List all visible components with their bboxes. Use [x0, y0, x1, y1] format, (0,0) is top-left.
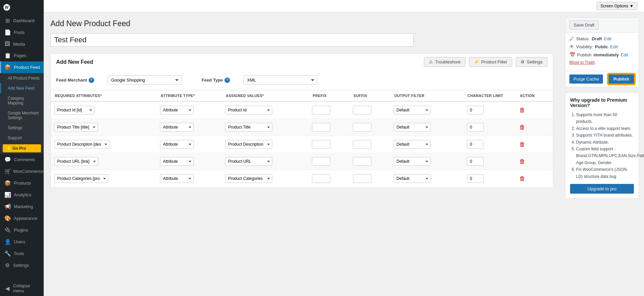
output-filter-select-0[interactable]: Default — [394, 106, 431, 114]
th-character-limit: CHARACTER LIMIT — [464, 90, 516, 101]
purge-cache-button[interactable]: Purge Cache — [569, 75, 603, 84]
sidebar-item-settings[interactable]: ⚙ Settings — [0, 259, 44, 271]
sidebar-item-comments[interactable]: 💬 Comments — [0, 154, 44, 165]
output-filter-cell: Default — [390, 119, 464, 136]
upgrade-button[interactable]: Upgrade to pro — [570, 184, 634, 194]
required-attr-select-2[interactable]: Product Description [des — [54, 140, 110, 149]
required-attr-select-1[interactable]: Product Title [title] — [54, 123, 98, 132]
screen-options-chevron-icon: ▼ — [630, 4, 634, 8]
feed-type-select[interactable]: XML CSV TXT — [243, 76, 317, 85]
table-body: Product Id [id] Attribute Product Id Def… — [51, 101, 553, 187]
required-attr-cell: Product Title [title] — [51, 119, 157, 136]
screen-options-button[interactable]: Screen Options ▼ — [597, 2, 637, 10]
delete-row-button-3[interactable]: 🗑 — [519, 158, 525, 165]
attr-type-select-2[interactable]: Attribute — [160, 140, 194, 149]
required-attr-select-3[interactable]: Product URL [link] — [54, 157, 98, 166]
publish-button[interactable]: Publish — [608, 74, 635, 84]
sidebar-item-merchant-settings[interactable]: Google Merchant Settings — [0, 108, 44, 123]
required-attr-select-4[interactable]: Product Categories [pro — [54, 174, 108, 183]
suffix-input-2[interactable] — [353, 140, 371, 149]
assigned-values-select-4[interactable]: Product Categories — [225, 174, 272, 183]
content-wrapper: Add New Product Feed Add New Feed ⚠ Trou… — [44, 12, 644, 296]
output-filter-select-4[interactable]: Default — [394, 174, 431, 183]
char-limit-input-2[interactable] — [467, 140, 484, 149]
feed-name-input[interactable] — [50, 33, 413, 47]
prefix-input-2[interactable] — [312, 140, 330, 149]
suffix-cell — [350, 119, 390, 136]
prefix-input-3[interactable] — [312, 157, 330, 166]
troubleshoot-button[interactable]: ⚠ Troubleshoot — [424, 57, 465, 67]
sidebar-item-category-mapping[interactable]: Category Mapping — [0, 93, 44, 108]
sidebar-item-all-feeds[interactable]: All Product Feeds — [0, 73, 44, 83]
assigned-values-cell: Product Title — [222, 119, 309, 136]
sidebar-item-go-pro[interactable]: ⭐ Go Pro — [3, 144, 41, 152]
sidebar-item-tools[interactable]: 🔧 Tools — [0, 248, 44, 259]
sidebar-item-woocommerce[interactable]: 🛒 WooCommerce — [0, 165, 44, 177]
filter-icon: ⚡ — [474, 59, 479, 64]
char-limit-input-0[interactable] — [467, 106, 484, 114]
sidebar-item-label: Marketing — [14, 204, 33, 209]
sidebar-item-plugins[interactable]: 🔌 Plugins — [0, 224, 44, 236]
sidebar-item-label: Settings — [8, 126, 22, 130]
required-attr-select-0[interactable]: Product Id [id] — [54, 106, 94, 114]
troubleshoot-label: Troubleshoot — [435, 59, 460, 64]
table-row: Product Categories [pro Attribute Produc… — [51, 170, 553, 187]
assigned-values-cell: Product Id — [222, 101, 309, 119]
delete-row-button-2[interactable]: 🗑 — [519, 141, 525, 148]
attr-type-select-4[interactable]: Attribute — [160, 174, 194, 183]
prefix-input-0[interactable] — [312, 106, 330, 114]
char-limit-input-4[interactable] — [467, 174, 484, 183]
upgrade-list-item: Custom field support - Brand,GTIN,MPN,UP… — [576, 146, 634, 166]
feed-merchant-select[interactable]: Google Shopping Facebook Amazon — [108, 76, 182, 85]
sidebar-item-collapse[interactable]: ◀ Collapse menu — [0, 281, 44, 296]
delete-row-button-0[interactable]: 🗑 — [519, 107, 525, 114]
assigned-values-select-2[interactable]: Product Description — [225, 140, 272, 149]
publish-edit-link[interactable]: Edit — [621, 52, 628, 57]
output-filter-select-1[interactable]: Default — [394, 123, 431, 132]
suffix-input-1[interactable] — [353, 123, 371, 132]
status-edit-link[interactable]: Edit — [604, 36, 611, 41]
sidebar-item-marketing[interactable]: 📢 Marketing — [0, 201, 44, 212]
prefix-input-4[interactable] — [312, 174, 330, 183]
sidebar-item-support[interactable]: Support — [0, 133, 44, 143]
table-row: Product URL [link] Attribute Product URL… — [51, 153, 553, 170]
char-limit-input-3[interactable] — [467, 157, 484, 166]
sidebar-item-dashboard[interactable]: ⊞ Dashboard — [0, 15, 44, 27]
table-row: Product Description [des Attribute Produ… — [51, 136, 553, 153]
suffix-input-3[interactable] — [353, 157, 371, 166]
settings-button[interactable]: ⚙ Settings — [516, 57, 548, 67]
assigned-values-select-1[interactable]: Product Title — [225, 123, 272, 132]
sidebar-item-pages[interactable]: 📋 Pages — [0, 50, 44, 61]
save-draft-button[interactable]: Save Draft — [569, 20, 599, 30]
product-filter-button[interactable]: ⚡ Product Filter — [469, 57, 512, 67]
suffix-input-4[interactable] — [353, 174, 371, 183]
attr-type-select-0[interactable]: Attribute — [160, 106, 194, 114]
sidebar-item-products[interactable]: 📦 Products — [0, 177, 44, 189]
assigned-values-select-0[interactable]: Product Id — [225, 106, 272, 114]
sidebar-item-users[interactable]: 👤 Users — [0, 236, 44, 248]
attr-type-select-3[interactable]: Attribute — [160, 157, 194, 166]
delete-row-button-4[interactable]: 🗑 — [519, 175, 525, 182]
suffix-input-0[interactable] — [353, 106, 371, 114]
prefix-cell — [309, 101, 349, 119]
visibility-edit-link[interactable]: Edit — [610, 44, 617, 49]
sidebar-item-settings-sub[interactable]: Settings — [0, 123, 44, 133]
char-limit-input-1[interactable] — [467, 123, 484, 132]
assigned-values-select-3[interactable]: Product URL — [225, 157, 272, 166]
delete-row-button-1[interactable]: 🗑 — [519, 124, 525, 131]
output-filter-select-3[interactable]: Default — [394, 157, 431, 166]
sidebar-item-media[interactable]: 🖼 Media — [0, 38, 44, 50]
prefix-input-1[interactable] — [312, 123, 330, 132]
media-icon: 🖼 — [4, 41, 10, 47]
sidebar-item-posts[interactable]: 📄 Posts — [0, 27, 44, 38]
attr-type-select-1[interactable]: Attribute — [160, 123, 194, 132]
sidebar-item-product-feed[interactable]: 📦 Product Feed — [0, 61, 44, 73]
output-filter-cell: Default — [390, 101, 464, 119]
sidebar-item-add-new[interactable]: Add New Feed — [0, 83, 44, 93]
sidebar-item-analytics[interactable]: 📊 Analytics — [0, 189, 44, 201]
output-filter-select-2[interactable]: Default — [394, 140, 431, 149]
sidebar-item-appearance[interactable]: 🎨 Appearance — [0, 212, 44, 224]
settings-icon: ⚙ — [4, 262, 10, 268]
attr-type-cell: Attribute — [157, 101, 222, 119]
move-to-trash-link[interactable]: Move to Trash — [569, 60, 635, 65]
